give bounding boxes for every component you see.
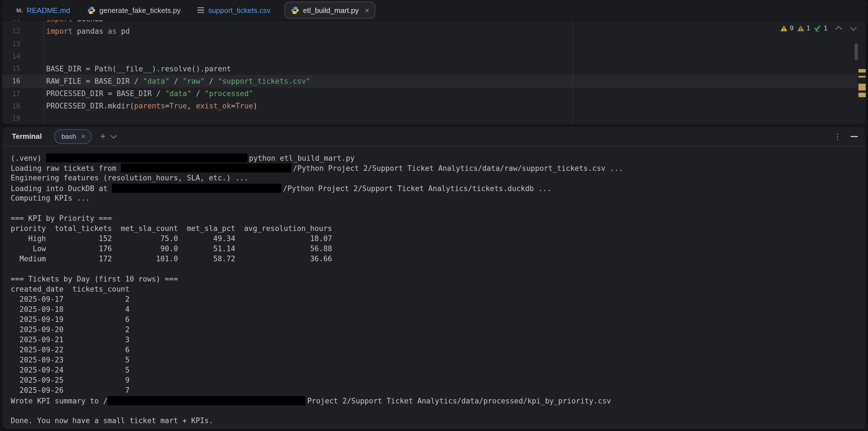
terminal-title: Terminal — [12, 132, 42, 140]
ide-window: M↓ README.md generate_fake_tickets.py su… — [0, 0, 868, 431]
terminal-line: Medium 172 101.0 58.72 36.66 — [11, 255, 866, 265]
terminal-output: (.venv) python etl_build_mart.pyLoading … — [2, 146, 866, 428]
csv-list-icon — [197, 7, 204, 13]
line-number[interactable]: 18 — [2, 102, 20, 110]
code-text: BASE_DIR = Path(__file__).resolve().pare… — [20, 64, 231, 73]
terminal-line: created_date tickets_count — [11, 285, 866, 295]
terminal-line: Loading into DuckDB at /Python Project 2… — [11, 184, 866, 194]
terminal-line: 2025-09-26 7 — [11, 386, 866, 396]
redaction-box — [112, 184, 281, 193]
error-stripe-mark[interactable] — [859, 93, 866, 97]
code-text: import duckdb — [20, 20, 103, 23]
close-icon[interactable]: × — [81, 132, 86, 140]
code-line[interactable]: 19 — [2, 112, 857, 124]
redaction-box — [46, 154, 247, 162]
editor-island: M↓ README.md generate_fake_tickets.py su… — [2, 0, 866, 124]
terminal-tab-label: bash — [61, 132, 76, 140]
redaction-box — [107, 396, 306, 405]
tab-support-tickets[interactable]: support_tickets.csv — [189, 0, 279, 20]
terminal-line: === Tickets by Day (first 10 rows) === — [11, 275, 866, 285]
terminal-options-button[interactable]: ⋮ — [834, 132, 842, 141]
editor-scrollbar-thumb[interactable] — [855, 43, 858, 60]
terminal-line: 2025-09-20 2 — [11, 325, 866, 335]
terminal-line: priority total_tickets met_sla_count met… — [11, 224, 866, 234]
code-line[interactable]: 16RAW_FILE = BASE_DIR / "data" / "raw" /… — [2, 75, 857, 88]
weak-warning-icon — [797, 25, 804, 31]
terminal-line: 2025-09-25 9 — [11, 376, 866, 386]
right-margin-guide — [573, 20, 573, 124]
gutter-separator — [44, 20, 44, 124]
error-stripe-mark[interactable] — [859, 84, 866, 91]
terminal-panel: Terminal bash × + ⋮ (.venv) python etl_b… — [2, 127, 866, 428]
line-number[interactable]: 12 — [2, 27, 20, 35]
weak-warning-count-group[interactable]: 1 — [797, 24, 810, 32]
weak-warning-count: 1 — [806, 24, 810, 32]
terminal-line: Engineering features (resolution_hours, … — [11, 174, 866, 184]
tab-readme[interactable]: M↓ README.md — [8, 0, 79, 20]
code-line[interactable]: 18PROCESSED_DIR.mkdir(parents=True, exis… — [2, 100, 857, 113]
line-number[interactable]: 17 — [2, 90, 20, 98]
terminal-line: === KPI by Priority === — [11, 214, 866, 224]
editor-tab-bar: M↓ README.md generate_fake_tickets.py su… — [2, 0, 866, 21]
terminal-line: Low 176 90.0 51.14 56.88 — [11, 244, 866, 255]
line-number[interactable]: 11 — [2, 20, 20, 23]
line-number[interactable]: 14 — [2, 52, 20, 60]
error-stripe-mark[interactable] — [859, 76, 866, 77]
terminal-dropdown-button[interactable] — [110, 132, 117, 139]
code-line[interactable]: 15BASE_DIR = Path(__file__).resolve().pa… — [2, 62, 857, 75]
code-text: import pandas as pd — [20, 27, 130, 35]
minimize-button[interactable] — [850, 136, 858, 137]
terminal-line — [11, 406, 866, 417]
code-lines: 11import duckdb12import pandas as pd1314… — [2, 20, 857, 124]
terminal-line: 2025-09-18 4 — [11, 305, 866, 315]
code-text: PROCESSED_DIR.mkdir(parents=True, exist_… — [20, 102, 257, 110]
line-number[interactable]: 15 — [2, 65, 20, 72]
terminal-line: High 152 75.0 49.34 18.07 — [11, 234, 866, 244]
line-number[interactable]: 19 — [2, 114, 20, 123]
tab-generate-fake-tickets[interactable]: generate_fake_tickets.py — [79, 0, 189, 20]
terminal-line: (.venv) python etl_build_mart.py — [11, 154, 866, 164]
terminal-line: 2025-09-17 2 — [11, 295, 866, 305]
line-number[interactable]: 16 — [2, 77, 20, 85]
markdown-icon: M↓ — [16, 7, 23, 13]
python-icon — [87, 6, 95, 14]
code-editor[interactable]: 11import duckdb12import pandas as pd1314… — [2, 20, 866, 124]
terminal-line: Wrote KPI summary to /Project 2/Support … — [11, 396, 866, 406]
code-line[interactable]: 12import pandas as pd — [2, 25, 857, 38]
close-icon[interactable]: × — [365, 6, 369, 14]
line-number[interactable]: 13 — [2, 40, 20, 47]
terminal-line — [11, 265, 866, 275]
check-icon — [814, 25, 822, 32]
code-text: RAW_FILE = BASE_DIR / "data" / "raw" / "… — [20, 77, 310, 86]
code-line[interactable]: 17PROCESSED_DIR = BASE_DIR / "data" / "p… — [2, 88, 857, 100]
terminal-line: 2025-09-19 6 — [11, 315, 866, 325]
warning-count-group[interactable]: 9 — [780, 24, 794, 32]
terminal-line: Loading raw tickets from /Python Project… — [11, 164, 866, 174]
tab-label: generate_fake_tickets.py — [99, 6, 181, 14]
terminal-line — [11, 204, 866, 214]
code-line[interactable]: 11import duckdb — [2, 20, 857, 25]
error-stripe-mark[interactable] — [859, 69, 866, 72]
terminal-header: Terminal bash × + ⋮ — [2, 127, 866, 146]
tab-label: etl_build_mart.py — [303, 6, 359, 14]
tab-etl-build-mart[interactable]: etl_build_mart.py × — [284, 2, 375, 19]
tab-label: README.md — [27, 6, 70, 14]
terminal-tab-bash[interactable]: bash × — [54, 129, 91, 143]
terminal-line: 2025-09-23 5 — [11, 356, 866, 366]
next-issue-button[interactable] — [850, 24, 857, 31]
tab-label: support_tickets.csv — [208, 6, 270, 14]
code-line[interactable]: 13 — [2, 37, 857, 50]
passed-count-group[interactable]: 1 — [814, 24, 828, 32]
new-terminal-button[interactable]: + — [100, 132, 106, 141]
terminal-line: Done. You now have a small ticket mart +… — [11, 417, 866, 427]
code-line[interactable]: 14 — [2, 50, 857, 63]
python-icon — [290, 6, 299, 14]
terminal-line: 2025-09-21 3 — [11, 335, 866, 345]
terminal-line: 2025-09-22 6 — [11, 345, 866, 356]
redaction-box — [121, 164, 291, 172]
warning-icon — [780, 25, 787, 31]
warning-count: 9 — [790, 24, 794, 32]
previous-issue-button[interactable] — [836, 26, 842, 32]
terminal-line: 2025-09-24 5 — [11, 366, 866, 376]
passed-count: 1 — [824, 24, 828, 32]
